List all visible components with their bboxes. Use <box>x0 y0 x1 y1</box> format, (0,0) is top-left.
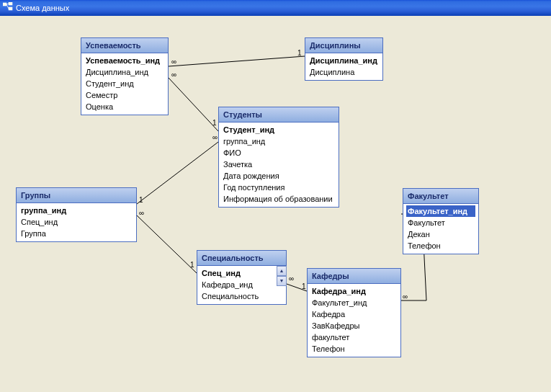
field[interactable]: Спец_инд <box>200 267 274 279</box>
field[interactable]: Год поступления <box>222 182 336 193</box>
field[interactable]: факультет <box>310 331 398 343</box>
table-title[interactable]: Дисциплины <box>305 38 382 53</box>
table-title[interactable]: Группы <box>17 188 136 203</box>
cardinality-one: 1 <box>190 262 194 269</box>
field[interactable]: Специальность <box>200 290 274 302</box>
svg-line-9 <box>287 284 307 291</box>
scroll-down-button[interactable]: ▼ <box>277 276 287 286</box>
cardinality-many: ∞ <box>171 71 176 79</box>
field[interactable]: Телефон <box>406 240 475 251</box>
svg-line-4 <box>6 4 9 9</box>
svg-line-7 <box>137 142 218 204</box>
field[interactable]: Дисциплина_инд <box>84 66 165 78</box>
relationship-canvas[interactable]: 1 ∞ 1 ∞ 1 ∞ 1 ∞ 1 ∞ 1 ∞ Успеваемость Усп… <box>0 16 551 392</box>
scroll-up-button[interactable]: ▲ <box>277 266 287 276</box>
field[interactable]: группа_инд <box>222 135 336 147</box>
table-title[interactable]: Успеваемость <box>81 38 168 53</box>
field[interactable]: Группа <box>19 228 133 239</box>
field[interactable]: Студент_инд <box>84 78 165 89</box>
table-title[interactable]: Специальность <box>197 251 286 266</box>
field[interactable]: ЗавКафедры <box>310 320 398 331</box>
field[interactable]: Дисциплина_инд <box>308 55 380 66</box>
cardinality-many: ∞ <box>171 58 176 66</box>
field[interactable]: Оценка <box>84 101 165 112</box>
field[interactable]: Информация об образовании <box>222 193 336 205</box>
scroll-spinner[interactable]: ▲ ▼ <box>277 266 287 286</box>
svg-line-6 <box>169 78 218 131</box>
field[interactable]: Факультет <box>406 217 475 228</box>
cardinality-many: ∞ <box>212 134 218 141</box>
svg-rect-1 <box>9 2 12 5</box>
field[interactable]: Дисциплина <box>308 66 380 78</box>
field[interactable]: Зачетка <box>222 159 336 170</box>
field[interactable]: Факультет_инд <box>310 297 398 308</box>
svg-line-5 <box>169 56 305 66</box>
field[interactable]: Кафедра_инд <box>200 279 274 290</box>
window-titlebar[interactable]: Схема данных <box>0 0 551 16</box>
table-specialnost[interactable]: Специальность Спец_инд Кафедра_инд Специ… <box>197 250 287 305</box>
svg-line-8 <box>137 215 197 273</box>
table-title[interactable]: Факультет <box>403 189 478 204</box>
table-title[interactable]: Студенты <box>219 107 339 122</box>
field[interactable]: Кафедра <box>310 308 398 320</box>
field[interactable]: Факультет_инд <box>406 205 475 217</box>
cardinality-many: ∞ <box>139 210 144 217</box>
field[interactable]: Телефон <box>310 343 398 355</box>
field[interactable]: ФИО <box>222 147 336 159</box>
field[interactable]: Кафедра_инд <box>310 285 398 297</box>
cardinality-many: ∞ <box>403 293 408 300</box>
table-title[interactable]: Кафедры <box>308 269 400 284</box>
schema-icon <box>3 0 13 16</box>
window-title: Схема данных <box>16 0 69 16</box>
cardinality-one: 1 <box>302 283 306 290</box>
field[interactable]: Спец_инд <box>19 216 133 228</box>
cardinality-one: 1 <box>139 197 143 204</box>
field[interactable]: Успеваемость_инд <box>84 55 165 66</box>
svg-rect-2 <box>9 7 12 10</box>
cardinality-one: 1 <box>297 50 302 57</box>
table-kafedry[interactable]: Кафедры Кафедра_инд Факультет_инд Кафедр… <box>307 268 401 357</box>
cardinality-many: ∞ <box>289 275 294 282</box>
field[interactable]: Дата рождения <box>222 170 336 182</box>
table-discipliny[interactable]: Дисциплины Дисциплина_инд Дисциплина <box>305 37 383 81</box>
cardinality-one: 1 <box>212 120 217 127</box>
svg-rect-0 <box>3 3 6 6</box>
field[interactable]: группа_инд <box>19 205 133 216</box>
table-fakultet[interactable]: Факультет Факультет_инд Факультет Декан … <box>403 188 479 254</box>
field[interactable]: Семестр <box>84 89 165 101</box>
field[interactable]: Декан <box>406 228 475 240</box>
table-gruppy[interactable]: Группы группа_инд Спец_инд Группа <box>16 187 137 242</box>
table-studenty[interactable]: Студенты Студент_инд группа_инд ФИО Заче… <box>218 107 339 208</box>
field[interactable]: Студент_инд <box>222 124 336 135</box>
svg-line-3 <box>6 4 9 4</box>
table-uspevaemost[interactable]: Успеваемость Успеваемость_инд Дисциплина… <box>81 37 169 115</box>
